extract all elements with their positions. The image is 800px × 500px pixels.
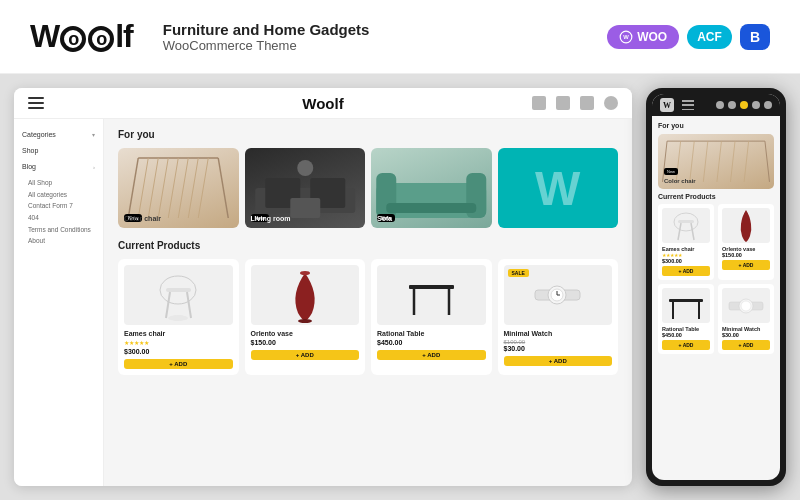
mobile-product-table: Rational Table $450.00 + ADD xyxy=(658,284,714,354)
products-grid: Eames chair ★★★★★ $300.00 + ADD xyxy=(118,259,618,375)
svg-rect-22 xyxy=(166,288,191,292)
svg-line-40 xyxy=(690,141,695,182)
mobile-chair-img xyxy=(672,208,700,243)
mobile-current-title: Current Products xyxy=(658,193,774,200)
product-price-eames: $300.00 xyxy=(124,348,233,355)
chevron-down-icon: ▾ xyxy=(92,131,95,138)
mobile-add-watch-button[interactable]: + ADD xyxy=(722,340,770,350)
mobile-add-vase-button[interactable]: + ADD xyxy=(722,260,770,270)
woo-badge: W WOO xyxy=(607,25,679,49)
desktop-mockup: Woolf Categories ▾ Shop Blog xyxy=(14,88,632,486)
mobile-product-img-table xyxy=(662,288,710,323)
mobile-price-chair: $300.00 xyxy=(662,258,710,264)
mobile-price-vase: $150.00 xyxy=(722,252,770,258)
mockup-logo: Woolf xyxy=(302,95,343,112)
add-vase-button[interactable]: + ADD xyxy=(251,350,360,360)
svg-line-7 xyxy=(158,158,168,218)
product-card-vase: Orlento vase $150.00 + ADD xyxy=(245,259,366,375)
sidebar: Categories ▾ Shop Blog › All Shop All ca… xyxy=(14,119,104,486)
add-watch-button[interactable]: + ADD xyxy=(504,356,613,366)
header-subtitle: WooCommerce Theme xyxy=(163,38,577,53)
sidebar-categories-label: Categories xyxy=(22,131,56,138)
sidebar-item-all-categories[interactable]: All categories xyxy=(28,189,95,201)
mobile-add-table-button[interactable]: + ADD xyxy=(662,340,710,350)
svg-line-41 xyxy=(703,141,708,182)
brand-logo: Woolf xyxy=(30,18,133,55)
svg-line-39 xyxy=(676,141,681,182)
mobile-product-watch: Minimal Watch $30.00 + ADD xyxy=(718,284,774,354)
for-you-cards: New Color chair New Living room xyxy=(118,148,618,228)
main-area: Woolf Categories ▾ Shop Blog xyxy=(0,74,800,500)
sidebar-item-all-shop[interactable]: All Shop xyxy=(28,177,95,189)
svg-line-6 xyxy=(148,158,158,218)
svg-line-9 xyxy=(178,158,188,218)
mobile-search-icon[interactable] xyxy=(716,101,724,109)
header-title: Furniture and Home Gadgets xyxy=(163,21,577,38)
mobile-cart-icon[interactable] xyxy=(740,101,748,109)
search-icon[interactable] xyxy=(532,96,546,110)
sidebar-item-contact[interactable]: Contact Form 7 xyxy=(28,200,95,212)
add-eames-button[interactable]: + ADD xyxy=(124,359,233,369)
product-card-eames: Eames chair ★★★★★ $300.00 + ADD xyxy=(118,259,239,375)
account-icon[interactable] xyxy=(556,96,570,110)
mobile-mockup: W For you xyxy=(646,88,786,486)
sidebar-item-blog[interactable]: Blog › xyxy=(22,161,95,172)
mobile-products-grid: Eames chair ★★★★★ $300.00 + ADD Orlento … xyxy=(658,204,774,354)
sidebar-item-shop[interactable]: Shop xyxy=(22,145,95,156)
svg-line-37 xyxy=(663,141,668,182)
bootstrap-badge: B xyxy=(740,24,770,50)
mobile-watch-img xyxy=(727,292,765,320)
mobile-user-icon[interactable] xyxy=(752,101,760,109)
w-letter: W xyxy=(535,161,580,216)
for-you-card-living[interactable]: New Living room xyxy=(245,148,366,228)
mobile-menu-icon[interactable] xyxy=(764,101,772,109)
table-product-img xyxy=(404,270,459,320)
svg-line-11 xyxy=(198,158,208,218)
mobile-topbar: W xyxy=(652,94,780,116)
watch-product-img xyxy=(530,275,585,315)
acf-badge: ACF xyxy=(687,25,732,49)
mobile-for-you-title: For you xyxy=(658,122,774,129)
product-badge-sale: SALE xyxy=(508,269,529,277)
svg-line-8 xyxy=(168,158,178,218)
mobile-burger[interactable] xyxy=(682,100,694,110)
for-you-card-chair[interactable]: New Color chair xyxy=(118,148,239,228)
mobile-product-img-chair xyxy=(662,208,710,243)
mobile-topbar-icons xyxy=(716,101,772,109)
product-img-table xyxy=(377,265,486,325)
for-you-title: For you xyxy=(118,129,618,140)
sidebar-sub-items: All Shop All categories Contact Form 7 4… xyxy=(22,177,95,247)
product-img-vase xyxy=(251,265,360,325)
user-icon[interactable] xyxy=(604,96,618,110)
sidebar-item-terms[interactable]: Terms and Conditions xyxy=(28,224,95,236)
for-you-card-w[interactable]: W xyxy=(498,148,619,228)
sidebar-item-about[interactable]: About xyxy=(28,235,95,247)
sidebar-item-categories[interactable]: Categories ▾ xyxy=(22,129,95,140)
mobile-logo-icon: W xyxy=(660,98,674,112)
mobile-hero-label: Color chair xyxy=(664,178,696,184)
product-stars-eames: ★★★★★ xyxy=(124,339,233,346)
mockup-nav-icons xyxy=(532,96,618,110)
add-table-button[interactable]: + ADD xyxy=(377,350,486,360)
product-name-eames: Eames chair xyxy=(124,330,233,337)
for-you-card-sofa[interactable]: New Sofa xyxy=(371,148,492,228)
living-card-label: Living room xyxy=(251,215,291,222)
svg-line-38 xyxy=(765,141,770,182)
mobile-hero-card[interactable]: New Color chair xyxy=(658,134,774,189)
mobile-hero-badge: New xyxy=(664,168,678,175)
sidebar-item-404[interactable]: 404 xyxy=(28,212,95,224)
svg-rect-15 xyxy=(290,198,320,218)
burger-menu[interactable] xyxy=(28,97,44,109)
mobile-nav-icon[interactable] xyxy=(728,101,736,109)
svg-text:W: W xyxy=(623,34,629,40)
mobile-product-vase: Orlento vase $150.00 + ADD xyxy=(718,204,774,280)
mockup-topbar: Woolf xyxy=(14,88,632,119)
svg-point-26 xyxy=(298,319,312,323)
mobile-price-watch: $30.00 xyxy=(722,332,770,338)
chevron-right-icon: › xyxy=(93,164,95,170)
mobile-add-chair-button[interactable]: + ADD xyxy=(662,266,710,276)
product-img-chair xyxy=(124,265,233,325)
svg-line-5 xyxy=(138,158,148,218)
cart-icon[interactable] xyxy=(580,96,594,110)
svg-line-10 xyxy=(188,158,198,218)
